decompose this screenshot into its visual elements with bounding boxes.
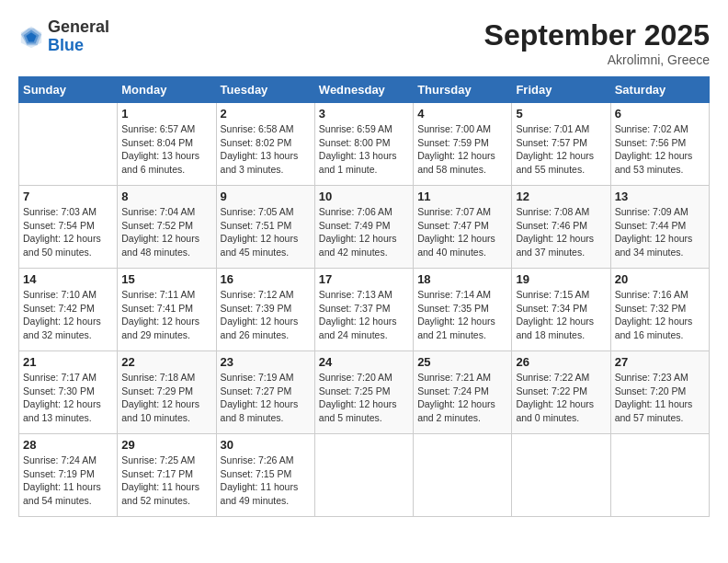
day-number: 29 [121,438,211,452]
day-info: Sunrise: 7:24 AMSunset: 7:19 PMDaylight:… [23,454,113,508]
day-header-wednesday: Wednesday [314,77,413,103]
calendar-cell: 27Sunrise: 7:23 AMSunset: 7:20 PMDayligh… [610,351,709,434]
day-number: 27 [615,355,705,369]
page-header: General Blue September 2025 Akrolimni, G… [18,18,710,67]
day-header-thursday: Thursday [414,77,512,103]
day-info: Sunrise: 7:08 AMSunset: 7:46 PMDaylight:… [516,205,606,259]
day-number: 17 [319,272,409,286]
calendar-cell: 12Sunrise: 7:08 AMSunset: 7:46 PMDayligh… [512,186,610,269]
day-info: Sunrise: 7:15 AMSunset: 7:34 PMDaylight:… [516,288,606,342]
calendar-cell: 13Sunrise: 7:09 AMSunset: 7:44 PMDayligh… [610,186,709,269]
day-number: 21 [23,355,113,369]
day-number: 25 [417,355,507,369]
calendar-table: SundayMondayTuesdayWednesdayThursdayFrid… [18,76,710,517]
day-number: 9 [221,190,311,203]
day-number: 20 [615,272,705,286]
day-info: Sunrise: 7:03 AMSunset: 7:54 PMDaylight:… [23,205,113,259]
calendar-cell: 28Sunrise: 7:24 AMSunset: 7:19 PMDayligh… [19,434,118,517]
day-number: 12 [516,190,606,203]
calendar-cell: 26Sunrise: 7:22 AMSunset: 7:22 PMDayligh… [512,351,610,434]
day-info: Sunrise: 7:17 AMSunset: 7:30 PMDaylight:… [23,371,113,425]
day-number: 19 [516,272,606,286]
week-row-1: 1Sunrise: 6:57 AMSunset: 8:04 PMDaylight… [19,103,710,186]
calendar-cell [610,434,709,517]
day-info: Sunrise: 7:26 AMSunset: 7:15 PMDaylight:… [221,454,311,508]
day-info: Sunrise: 7:18 AMSunset: 7:29 PMDaylight:… [121,371,211,425]
logo-general-text: General [48,17,109,36]
calendar-cell: 10Sunrise: 7:06 AMSunset: 7:49 PMDayligh… [314,186,413,269]
logo-text: General Blue [48,18,109,55]
calendar-cell: 21Sunrise: 7:17 AMSunset: 7:30 PMDayligh… [19,351,118,434]
day-number: 10 [319,190,409,203]
day-header-tuesday: Tuesday [216,77,314,103]
day-info: Sunrise: 7:05 AMSunset: 7:51 PMDaylight:… [221,205,311,259]
calendar-cell [512,434,610,517]
calendar-cell: 17Sunrise: 7:13 AMSunset: 7:37 PMDayligh… [314,269,413,351]
day-number: 11 [417,190,507,203]
day-info: Sunrise: 7:16 AMSunset: 7:32 PMDaylight:… [615,288,705,342]
month-title: September 2025 [484,18,710,52]
day-info: Sunrise: 7:01 AMSunset: 7:57 PMDaylight:… [516,122,606,177]
calendar-cell: 11Sunrise: 7:07 AMSunset: 7:47 PMDayligh… [414,186,512,269]
day-info: Sunrise: 7:07 AMSunset: 7:47 PMDaylight:… [417,205,507,259]
day-number: 18 [417,272,507,286]
calendar-cell: 2Sunrise: 6:58 AMSunset: 8:02 PMDaylight… [216,103,314,186]
day-info: Sunrise: 7:12 AMSunset: 7:39 PMDaylight:… [221,288,311,342]
day-info: Sunrise: 7:11 AMSunset: 7:41 PMDaylight:… [121,288,211,342]
day-number: 14 [23,272,113,286]
calendar-cell: 1Sunrise: 6:57 AMSunset: 8:04 PMDaylight… [118,103,216,186]
day-info: Sunrise: 7:06 AMSunset: 7:49 PMDaylight:… [319,205,409,259]
calendar-cell: 15Sunrise: 7:11 AMSunset: 7:41 PMDayligh… [118,269,216,351]
calendar-cell: 22Sunrise: 7:18 AMSunset: 7:29 PMDayligh… [118,351,216,434]
day-info: Sunrise: 7:13 AMSunset: 7:37 PMDaylight:… [319,288,409,342]
calendar-cell: 16Sunrise: 7:12 AMSunset: 7:39 PMDayligh… [216,269,314,351]
day-info: Sunrise: 7:14 AMSunset: 7:35 PMDaylight:… [417,288,507,342]
week-row-4: 21Sunrise: 7:17 AMSunset: 7:30 PMDayligh… [19,351,710,434]
week-row-3: 14Sunrise: 7:10 AMSunset: 7:42 PMDayligh… [19,269,710,351]
day-number: 3 [319,107,409,121]
calendar-cell: 29Sunrise: 7:25 AMSunset: 7:17 PMDayligh… [118,434,216,517]
calendar-cell [19,103,118,186]
calendar-cell [414,434,512,517]
calendar-cell: 19Sunrise: 7:15 AMSunset: 7:34 PMDayligh… [512,269,610,351]
day-number: 13 [615,190,705,203]
day-number: 30 [221,438,311,452]
day-info: Sunrise: 6:58 AMSunset: 8:02 PMDaylight:… [221,122,311,177]
calendar-cell: 9Sunrise: 7:05 AMSunset: 7:51 PMDaylight… [216,186,314,269]
logo-icon [18,24,44,50]
calendar-cell: 25Sunrise: 7:21 AMSunset: 7:24 PMDayligh… [414,351,512,434]
day-number: 16 [221,272,311,286]
location: Akrolimni, Greece [484,52,710,67]
day-info: Sunrise: 7:04 AMSunset: 7:52 PMDaylight:… [121,205,211,259]
calendar-cell: 4Sunrise: 7:00 AMSunset: 7:59 PMDaylight… [414,103,512,186]
calendar-cell: 6Sunrise: 7:02 AMSunset: 7:56 PMDaylight… [610,103,709,186]
logo: General Blue [18,18,109,55]
day-info: Sunrise: 7:02 AMSunset: 7:56 PMDaylight:… [615,122,705,177]
calendar-header: SundayMondayTuesdayWednesdayThursdayFrid… [19,77,710,103]
calendar-cell: 23Sunrise: 7:19 AMSunset: 7:27 PMDayligh… [216,351,314,434]
day-info: Sunrise: 7:25 AMSunset: 7:17 PMDaylight:… [121,454,211,508]
day-info: Sunrise: 7:20 AMSunset: 7:25 PMDaylight:… [319,371,409,425]
day-number: 7 [23,190,113,203]
calendar-cell: 18Sunrise: 7:14 AMSunset: 7:35 PMDayligh… [414,269,512,351]
day-number: 26 [516,355,606,369]
day-number: 4 [417,107,507,121]
day-info: Sunrise: 7:00 AMSunset: 7:59 PMDaylight:… [417,122,507,177]
day-number: 22 [121,355,211,369]
logo-blue-text: Blue [48,36,84,54]
calendar-cell: 24Sunrise: 7:20 AMSunset: 7:25 PMDayligh… [314,351,413,434]
day-number: 6 [615,107,705,121]
calendar-cell [314,434,413,517]
calendar-cell: 20Sunrise: 7:16 AMSunset: 7:32 PMDayligh… [610,269,709,351]
calendar-cell: 14Sunrise: 7:10 AMSunset: 7:42 PMDayligh… [19,269,118,351]
day-info: Sunrise: 6:59 AMSunset: 8:00 PMDaylight:… [319,122,409,177]
calendar-body: 1Sunrise: 6:57 AMSunset: 8:04 PMDaylight… [19,103,710,517]
title-block: September 2025 Akrolimni, Greece [484,18,710,67]
day-number: 5 [516,107,606,121]
day-number: 2 [221,107,311,121]
header-row: SundayMondayTuesdayWednesdayThursdayFrid… [19,77,710,103]
calendar-cell: 7Sunrise: 7:03 AMSunset: 7:54 PMDaylight… [19,186,118,269]
day-info: Sunrise: 7:19 AMSunset: 7:27 PMDaylight:… [221,371,311,425]
day-info: Sunrise: 7:21 AMSunset: 7:24 PMDaylight:… [417,371,507,425]
day-info: Sunrise: 7:22 AMSunset: 7:22 PMDaylight:… [516,371,606,425]
